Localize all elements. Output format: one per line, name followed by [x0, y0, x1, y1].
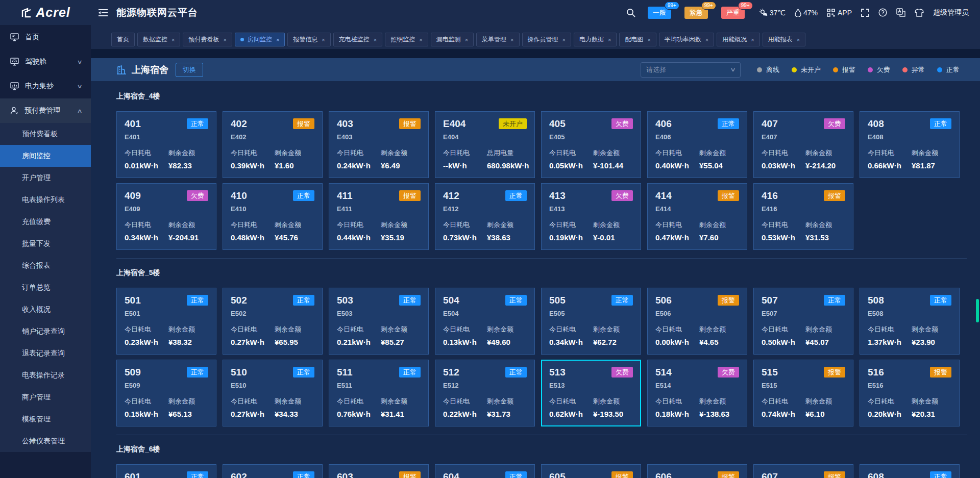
fullscreen-icon[interactable]: [861, 9, 869, 17]
tab-close-icon[interactable]: ×: [510, 37, 513, 43]
language-icon[interactable]: [896, 8, 905, 17]
scrollbar-thumb[interactable]: [976, 299, 979, 322]
room-card-406[interactable]: 406正常E406今日耗电剩余金额0.40kW·h¥55.04: [647, 111, 747, 178]
tab-item[interactable]: 照明监控×: [385, 33, 428, 46]
sidebar-item-批量下发[interactable]: 批量下发: [0, 233, 91, 255]
tab-item[interactable]: 菜单管理×: [476, 33, 519, 46]
tab-item[interactable]: 用能概况×: [717, 33, 760, 46]
sidebar-item-电表操作记录[interactable]: 电表操作记录: [0, 364, 91, 386]
room-card-505[interactable]: 505正常E505今日耗电剩余金额0.34kW·h¥62.72: [541, 288, 641, 355]
tab-close-icon[interactable]: ×: [751, 37, 754, 43]
sidebar-item-销户记录查询[interactable]: 销户记录查询: [0, 320, 91, 342]
room-card-507[interactable]: 507正常E507今日耗电剩余金额0.50kW·h¥45.07: [753, 288, 853, 355]
room-card-513[interactable]: 513欠费E513今日耗电剩余金额0.62kW·h¥-193.50: [541, 360, 641, 426]
sidebar-item-模板管理[interactable]: 模板管理: [0, 408, 91, 430]
tab-close-icon[interactable]: ×: [562, 37, 566, 43]
room-card-402[interactable]: 402报警E402今日耗电剩余金额0.39kW·h¥1.60: [223, 111, 323, 178]
tab-item[interactable]: 漏电监测×: [431, 33, 474, 46]
sidebar-item-预付费看板[interactable]: 预付费看板: [0, 123, 91, 145]
alarm-chip[interactable]: 一般99+: [648, 7, 671, 19]
room-card-405[interactable]: 405欠费E405今日耗电剩余金额0.05kW·h¥-101.44: [541, 111, 641, 178]
tab-item[interactable]: 首页: [111, 33, 135, 46]
room-card-410[interactable]: 410正常E410今日耗电剩余金额0.48kW·h¥45.76: [223, 183, 323, 250]
sidebar-item-公摊仪表管理[interactable]: 公摊仪表管理: [0, 430, 91, 452]
tab-item[interactable]: 房间监控×: [235, 33, 285, 46]
tab-close-icon[interactable]: ×: [647, 37, 650, 43]
room-card-601[interactable]: 601正常E601: [116, 464, 216, 478]
tab-item[interactable]: 充电桩监控×: [333, 33, 382, 46]
tab-item[interactable]: 数据监控×: [137, 33, 180, 46]
sidebar-item-综合报表[interactable]: 综合报表: [0, 255, 91, 276]
room-card-607[interactable]: 607报警E607: [753, 464, 853, 478]
tab-item[interactable]: 报警信息×: [287, 33, 330, 46]
room-card-503[interactable]: 503正常E503今日耗电剩余金额0.21kW·h¥85.27: [329, 288, 429, 355]
sidebar-item-退表记录查询[interactable]: 退表记录查询: [0, 342, 91, 364]
room-card-408[interactable]: 408正常E408今日耗电剩余金额0.66kW·h¥81.87: [860, 111, 960, 178]
tab-item[interactable]: 操作员管理×: [522, 33, 571, 46]
room-card-409[interactable]: 409欠费E409今日耗电剩余金额0.34kW·h¥-204.91: [116, 183, 216, 250]
sidebar-item-充值缴费[interactable]: 充值缴费: [0, 211, 91, 233]
room-card-412[interactable]: 412正常E412今日耗电剩余金额0.73kW·h¥38.63: [435, 183, 535, 250]
tab-close-icon[interactable]: ×: [374, 37, 377, 43]
room-card-516[interactable]: 516报警E516今日耗电剩余金额0.20kW·h¥20.31: [860, 360, 960, 426]
room-card-506[interactable]: 506报警E506今日耗电剩余金额0.00kW·h¥4.65: [647, 288, 747, 355]
tab-close-icon[interactable]: ×: [419, 37, 422, 43]
tab-close-icon[interactable]: ×: [172, 37, 175, 43]
room-card-502[interactable]: 502正常E502今日耗电剩余金额0.27kW·h¥65.95: [223, 288, 323, 355]
room-card-603[interactable]: 603报警E603: [329, 464, 429, 478]
room-card-604[interactable]: 604正常E604: [435, 464, 535, 478]
current-user[interactable]: 超级管理员: [933, 8, 969, 17]
sidebar-item-电力集抄[interactable]: 电力集抄∨: [0, 74, 91, 98]
room-card-504[interactable]: 504正常E504今日耗电剩余金额0.13kW·h¥49.60: [435, 288, 535, 355]
sidebar-item-订单总览[interactable]: 订单总览: [0, 276, 91, 298]
room-card-608[interactable]: 608正常E608: [860, 464, 960, 478]
room-card-414[interactable]: 414报警E414今日耗电剩余金额0.47kW·h¥7.60: [647, 183, 747, 250]
status-filter-select[interactable]: 请选择 ∨: [641, 62, 741, 78]
sidebar-collapse-icon[interactable]: [98, 9, 108, 17]
tab-item[interactable]: 配电图×: [619, 33, 656, 46]
room-card-602[interactable]: 602正常E602: [223, 464, 323, 478]
sidebar-item-房间监控[interactable]: 房间监控: [0, 145, 91, 167]
tab-item[interactable]: 电力数据×: [574, 33, 617, 46]
room-card-501[interactable]: 501正常E501今日耗电剩余金额0.23kW·h¥38.32: [116, 288, 216, 355]
app-download[interactable]: APP: [827, 9, 852, 17]
room-card-416[interactable]: 416报警E416今日耗电剩余金额0.53kW·h¥31.53: [753, 183, 853, 250]
room-card-605[interactable]: 605报警E605: [541, 464, 641, 478]
room-card-511[interactable]: 511正常E511今日耗电剩余金额0.76kW·h¥31.41: [329, 360, 429, 426]
help-icon[interactable]: [878, 8, 887, 17]
tab-close-icon[interactable]: ×: [705, 37, 708, 43]
tab-item[interactable]: 用能报表×: [763, 33, 805, 46]
alarm-chip[interactable]: 严重99+: [721, 7, 745, 19]
room-card-509[interactable]: 509正常E509今日耗电剩余金额0.15kW·h¥65.13: [116, 360, 216, 426]
room-card-510[interactable]: 510正常E510今日耗电剩余金额0.27kW·h¥34.33: [223, 360, 323, 426]
room-card-606[interactable]: 606报警E606: [647, 464, 747, 478]
switch-building-button[interactable]: 切换: [176, 63, 203, 77]
tab-close-icon[interactable]: ×: [223, 37, 226, 43]
sidebar-item-收入概况[interactable]: 收入概况: [0, 298, 91, 320]
room-card-401[interactable]: 401正常E401今日耗电剩余金额0.01kW·h¥82.33: [116, 111, 216, 178]
tab-item[interactable]: 平均功率因数×: [659, 33, 714, 46]
room-card-403[interactable]: 403报警E403今日耗电剩余金额0.24kW·h¥6.49: [329, 111, 429, 178]
room-card-508[interactable]: 508正常E508今日耗电剩余金额1.37kW·h¥23.90: [860, 288, 960, 355]
tab-close-icon[interactable]: ×: [608, 37, 611, 43]
tab-close-icon[interactable]: ×: [797, 37, 800, 43]
sidebar-item-开户管理[interactable]: 开户管理: [0, 167, 91, 189]
sidebar-item-首页[interactable]: 首页: [0, 25, 91, 49]
sidebar-item-商户管理[interactable]: 商户管理: [0, 386, 91, 408]
sidebar-item-驾驶舱[interactable]: 驾驶舱∨: [0, 49, 91, 74]
room-card-407[interactable]: 407欠费E407今日耗电剩余金额0.03kW·h¥-214.20: [753, 111, 853, 178]
tab-close-icon[interactable]: ×: [322, 37, 325, 43]
room-card-413[interactable]: 413欠费E413今日耗电剩余金额0.19kW·h¥-0.01: [541, 183, 641, 250]
room-card-512[interactable]: 512正常E512今日耗电剩余金额0.22kW·h¥31.73: [435, 360, 535, 426]
search-icon[interactable]: [626, 8, 635, 17]
room-card-E404[interactable]: E404未开户E404今日耗电总用电量--kW·h680.98kW·h: [435, 111, 535, 178]
room-card-515[interactable]: 515报警E515今日耗电剩余金额0.74kW·h¥6.10: [753, 360, 853, 426]
room-card-411[interactable]: 411报警E411今日耗电剩余金额0.44kW·h¥35.19: [329, 183, 429, 250]
theme-shirt-icon[interactable]: [915, 9, 924, 17]
alarm-chip[interactable]: 紧急99+: [684, 7, 708, 19]
sidebar-item-预付费管理[interactable]: 预付费管理∧: [0, 98, 91, 123]
sidebar-item-电表操作列表[interactable]: 电表操作列表: [0, 189, 91, 211]
tab-item[interactable]: 预付费看板×: [183, 33, 232, 46]
tab-close-icon[interactable]: ×: [465, 37, 468, 43]
room-card-514[interactable]: 514欠费E514今日耗电剩余金额0.18kW·h¥-138.63: [647, 360, 747, 426]
